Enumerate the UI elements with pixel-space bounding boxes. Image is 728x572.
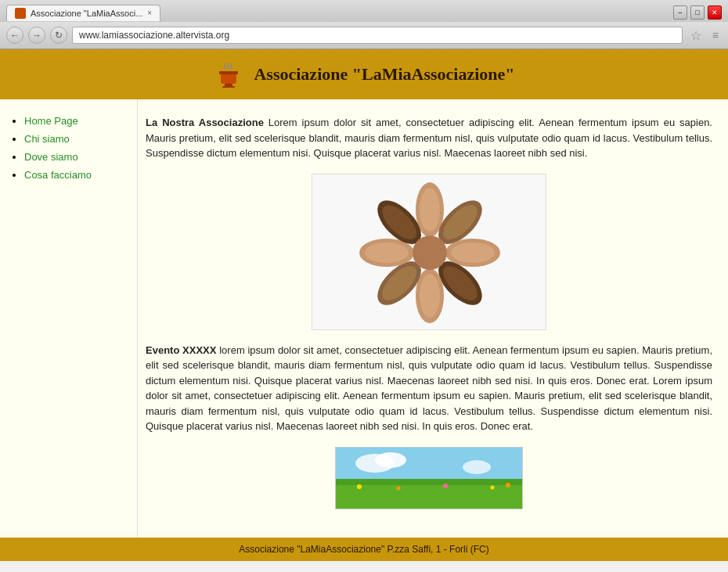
svg-rect-3: [222, 86, 235, 88]
site-header: Associazione "LaMiaAssociazione": [0, 49, 728, 99]
svg-rect-1: [219, 71, 238, 74]
svg-point-30: [443, 484, 448, 488]
sidebar-item-chi-siamo[interactable]: Chi siamo: [24, 133, 70, 145]
back-button[interactable]: ←: [6, 27, 23, 44]
browser-tab[interactable]: Associazione "LaMiaAssoci... ×: [6, 5, 160, 21]
paragraph-2: Evento XXXXX lorem ipsum dolor sit amet,…: [146, 343, 712, 434]
svg-point-6: [420, 188, 440, 232]
svg-point-21: [413, 236, 447, 270]
tab-label: Associazione "LaMiaAssoci...: [31, 9, 142, 18]
site-title: Associazione "LaMiaAssociazione": [254, 64, 514, 85]
forward-button[interactable]: →: [28, 27, 45, 44]
site-footer: Associazione "LaMiaAssociazione" P.zza S…: [0, 538, 728, 561]
minimize-button[interactable]: −: [673, 5, 687, 20]
sidebar-item-dove-siamo[interactable]: Dove siamo: [24, 151, 78, 163]
sidebar-item-home-page[interactable]: Home Page: [24, 115, 78, 127]
sidebar-list-item: Cosa facciamo: [24, 169, 125, 181]
svg-point-28: [357, 484, 362, 489]
svg-point-32: [506, 483, 510, 487]
maximize-button[interactable]: □: [690, 5, 705, 20]
paragraph-2-text: lorem ipsum dolor sit amet, consectetuer…: [146, 344, 712, 433]
svg-point-29: [397, 486, 401, 490]
hands-image: [312, 174, 546, 330]
paragraph-2-heading: Evento XXXXX: [146, 344, 216, 356]
refresh-button[interactable]: ↻: [50, 27, 67, 44]
svg-point-10: [451, 243, 495, 263]
tab-close-button[interactable]: ×: [147, 9, 152, 17]
svg-rect-2: [225, 84, 232, 86]
title-bar: Associazione "LaMiaAssoci... × − □ ✕: [0, 0, 728, 22]
main-content: La Nostra Associazione Lorem ipsum dolor…: [137, 99, 728, 538]
field-image: [335, 447, 523, 509]
window-controls: − □ ✕: [673, 5, 722, 20]
paragraph-1: La Nostra Associazione Lorem ipsum dolor…: [146, 115, 712, 161]
svg-point-27: [463, 460, 491, 474]
site-body: Home PageChi siamoDove siamoCosa facciam…: [0, 99, 728, 538]
menu-icon[interactable]: ≡: [709, 29, 722, 41]
sidebar-list-item: Chi siamo: [24, 133, 125, 145]
site-logo: [213, 59, 244, 90]
sidebar-list-item: Home Page: [24, 115, 125, 127]
svg-point-31: [491, 485, 495, 489]
svg-point-18: [365, 243, 409, 263]
sidebar-list-item: Dove siamo: [24, 151, 125, 163]
navigation-bar: ← → ↻ ☆ ≡: [0, 22, 728, 49]
sidebar-nav: Home PageChi siamoDove siamoCosa facciam…: [0, 99, 137, 538]
svg-rect-24: [336, 485, 523, 509]
website-content: Associazione "LaMiaAssociazione" Home Pa…: [0, 49, 728, 561]
footer-text: Associazione "LaMiaAssociazione" P.zza S…: [239, 544, 489, 555]
tab-favicon: [15, 8, 26, 19]
paragraph-1-heading: La Nostra Associazione: [146, 117, 264, 128]
sidebar-item-cosa-facciamo[interactable]: Cosa facciamo: [24, 169, 92, 181]
svg-point-14: [420, 274, 440, 318]
bookmark-star-icon[interactable]: ☆: [687, 28, 705, 43]
address-bar[interactable]: [72, 27, 683, 44]
svg-point-26: [375, 452, 406, 468]
close-button[interactable]: ✕: [708, 5, 722, 20]
svg-rect-0: [221, 73, 236, 84]
